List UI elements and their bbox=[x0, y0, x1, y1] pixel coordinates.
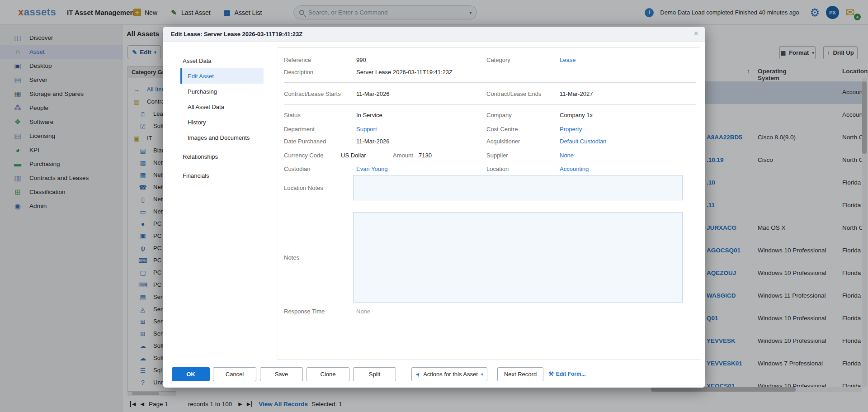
ok-button[interactable]: OK bbox=[172, 367, 210, 381]
clone-button[interactable]: Clone bbox=[307, 367, 349, 381]
location-label: Location bbox=[486, 166, 509, 172]
asset-form: Reference 990 Category Lease Description… bbox=[277, 47, 700, 360]
modal-nav-item[interactable]: Financials bbox=[180, 168, 264, 183]
chevron-down-icon: ▾ bbox=[481, 372, 483, 377]
modal-nav-item[interactable]: All Asset Data bbox=[180, 99, 264, 114]
modal-nav-item[interactable]: Purchasing bbox=[180, 84, 264, 99]
screen: xassets IT Asset Management + New ✎ Last… bbox=[0, 0, 868, 412]
custodian-value-link[interactable]: Evan Young bbox=[356, 166, 387, 172]
location-value-link[interactable]: Accounting bbox=[560, 166, 589, 172]
close-icon[interactable]: × bbox=[693, 29, 698, 38]
company-label: Company bbox=[486, 112, 512, 118]
department-label: Department bbox=[284, 126, 315, 133]
location-notes-textarea[interactable] bbox=[353, 175, 683, 200]
reference-value: 990 bbox=[356, 57, 366, 63]
modal-nav-item[interactable]: History bbox=[180, 114, 264, 130]
next-record-button[interactable]: Next Record bbox=[497, 367, 543, 381]
currency-value[interactable]: US Dollar bbox=[341, 152, 366, 159]
modal-nav-item[interactable]: Edit Asset bbox=[180, 68, 264, 84]
date-purchased-label: Date Purchased bbox=[284, 138, 326, 145]
description-value[interactable]: Server Lease 2026-03-11T19:41:23Z bbox=[356, 69, 453, 76]
edit-form-link[interactable]: ⚒ Edit Form... bbox=[548, 370, 586, 377]
acquisitioner-value-link[interactable]: Default Custodian bbox=[560, 138, 606, 145]
description-label: Description bbox=[284, 69, 313, 76]
modal-nav-item[interactable]: Relationships bbox=[180, 149, 264, 164]
modal-nav: Asset Data Edit Asset Purchasing All Ass… bbox=[180, 49, 264, 183]
company-value[interactable]: Company 1x bbox=[560, 112, 593, 118]
supplier-label: Supplier bbox=[486, 152, 508, 159]
amount-value[interactable]: 7130 bbox=[419, 152, 432, 159]
supplier-value-link[interactable]: None bbox=[560, 152, 574, 159]
status-label: Status bbox=[284, 112, 301, 118]
contract-starts-value[interactable]: 11-Mar-2026 bbox=[356, 90, 389, 97]
currency-label: Currency Code bbox=[284, 152, 323, 159]
department-value-link[interactable]: Support bbox=[356, 126, 377, 133]
cost-centre-label: Cost Centre bbox=[486, 126, 518, 133]
cancel-button[interactable]: Cancel bbox=[213, 367, 256, 381]
notes-textarea[interactable] bbox=[353, 212, 683, 303]
modal-header: Edit Lease: Server Lease 2026-03-11T19:4… bbox=[163, 27, 705, 42]
reference-label: Reference bbox=[284, 57, 311, 63]
save-button[interactable]: Save bbox=[260, 367, 303, 381]
response-time-value: None bbox=[356, 308, 370, 315]
date-purchased-value[interactable]: 11-Mar-2026 bbox=[356, 138, 389, 145]
category-value-link[interactable]: Lease bbox=[560, 57, 576, 63]
contract-ends-value[interactable]: 11-Mar-2027 bbox=[560, 90, 593, 97]
status-value[interactable]: In Service bbox=[356, 112, 382, 118]
category-label: Category bbox=[486, 57, 510, 63]
edit-lease-modal: Edit Lease: Server Lease 2026-03-11T19:4… bbox=[163, 27, 705, 388]
split-button[interactable]: Split bbox=[353, 367, 396, 381]
modal-nav-item[interactable]: Asset Data bbox=[180, 53, 264, 68]
section-divider bbox=[284, 82, 696, 83]
wrench-icon: ⚒ bbox=[548, 370, 554, 377]
custodian-label: Custodian bbox=[284, 166, 311, 172]
cost-centre-value-link[interactable]: Property bbox=[560, 126, 582, 133]
location-notes-label: Location Notes bbox=[284, 185, 323, 191]
amount-label: Amount bbox=[393, 152, 413, 159]
modal-title: Edit Lease: Server Lease 2026-03-11T19:4… bbox=[171, 31, 302, 38]
contract-starts-label: Contract/Lease Starts bbox=[284, 90, 341, 97]
acquisitioner-label: Acquisitioner bbox=[486, 138, 520, 145]
response-time-label: Response Time bbox=[284, 308, 325, 315]
cursor-arrow-icon: ➤ bbox=[414, 370, 422, 378]
modal-nav-item[interactable]: Images and Documents bbox=[180, 130, 264, 145]
contract-ends-label: Contract/Lease Ends bbox=[486, 90, 541, 97]
section-divider bbox=[284, 104, 696, 105]
actions-for-asset-button[interactable]: ➤ Actions for this Asset ▾ bbox=[411, 367, 487, 381]
notes-label: Notes bbox=[284, 254, 299, 261]
